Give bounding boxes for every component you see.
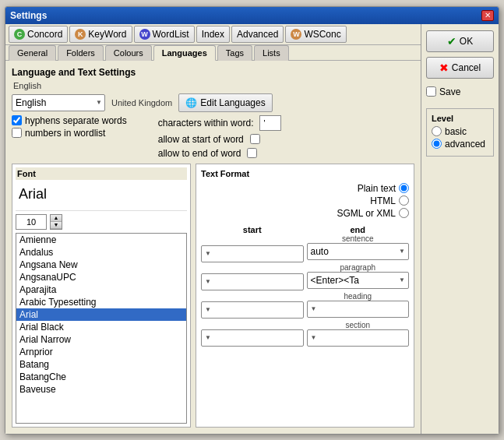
font-list[interactable]: Amienne Andalus Angsana New AngsanaUPC A… xyxy=(16,234,186,423)
start-col: start xyxy=(201,225,304,422)
numbers-checkbox[interactable] xyxy=(12,128,22,138)
title-bar: Settings ✕ xyxy=(5,7,499,24)
paragraph-label: paragraph xyxy=(307,263,410,272)
spinner-down[interactable]: ▼ xyxy=(51,222,62,229)
list-item[interactable]: Amienne xyxy=(16,234,186,246)
allow-end-checkbox[interactable] xyxy=(247,148,257,158)
ok-icon: ✔ xyxy=(447,35,456,48)
allow-start-row: allow at start of word xyxy=(158,134,282,145)
format-grid: start xyxy=(201,225,409,422)
font-size-spinner[interactable]: ▲ ▼ xyxy=(50,214,62,230)
spinner-up[interactable]: ▲ xyxy=(51,215,62,222)
wsconc-label: WSConc xyxy=(304,29,340,40)
content-area: Language and Text Settings English Engli… xyxy=(5,61,421,434)
main-content: C Concord K KeyWord W WordList Index Adv… xyxy=(5,24,499,434)
tab-colours[interactable]: Colours xyxy=(105,45,152,61)
edit-languages-label: Edit Languages xyxy=(200,97,265,108)
chars-label: characters within word: xyxy=(158,118,254,128)
list-item[interactable]: Angsana New xyxy=(16,259,186,271)
list-item[interactable]: AngsanaUPC xyxy=(16,271,186,283)
plain-text-label: Plain text xyxy=(358,183,396,194)
keyword-label: KeyWord xyxy=(88,29,126,40)
wordlist-button[interactable]: W WordList xyxy=(134,26,195,43)
save-checkbox[interactable] xyxy=(426,86,436,97)
list-item[interactable]: Baveuse xyxy=(16,383,186,396)
plain-text-radio-row[interactable]: Plain text xyxy=(358,183,409,194)
concord-icon: C xyxy=(14,29,25,40)
language-dropdown[interactable]: English xyxy=(12,94,105,111)
list-item[interactable]: Andalus xyxy=(16,246,186,259)
list-item-selected[interactable]: Arial xyxy=(16,308,186,321)
section-start-dropdown[interactable] xyxy=(201,329,304,347)
list-item[interactable]: Aparajita xyxy=(16,283,186,296)
advanced-button[interactable]: Advanced xyxy=(231,26,284,43)
allow-start-label: allow at start of word xyxy=(158,134,244,145)
sgml-radio[interactable] xyxy=(399,208,409,218)
font-panel: Font Arial ▲ ▼ Amienne An xyxy=(12,164,191,428)
wsconc-button[interactable]: W WSConc xyxy=(285,26,346,43)
index-button[interactable]: Index xyxy=(196,26,230,43)
level-title: Level xyxy=(432,114,488,123)
region-label: United Kingdom xyxy=(111,98,172,107)
list-item[interactable]: Arial Black xyxy=(16,321,186,333)
section-label: section xyxy=(307,321,410,329)
heading-start-dropdown[interactable] xyxy=(201,301,304,319)
list-item[interactable]: Batang xyxy=(16,358,186,371)
language-row: English United Kingdom 🌐 Edit Languages xyxy=(12,93,414,112)
concord-button[interactable]: C Concord xyxy=(9,26,68,43)
paragraph-end-dropdown[interactable]: <Enter><Ta xyxy=(307,272,410,289)
cancel-button[interactable]: ✖ Cancel xyxy=(426,57,494,79)
basic-radio-row[interactable]: basic xyxy=(432,126,488,137)
tab-general[interactable]: General xyxy=(9,45,56,61)
allow-end-row: allow to end of word xyxy=(158,148,282,159)
tab-folders[interactable]: Folders xyxy=(58,45,104,61)
wordlist-label: WordList xyxy=(153,29,189,40)
language-section: Language and Text Settings English Engli… xyxy=(12,67,414,159)
edit-languages-button[interactable]: 🌐 Edit Languages xyxy=(178,93,272,112)
chars-row: characters within word: xyxy=(158,115,282,131)
ok-label: OK xyxy=(460,36,473,47)
html-radio-row[interactable]: HTML xyxy=(370,195,409,206)
sgml-radio-row[interactable]: SGML or XML xyxy=(337,208,409,219)
heading-end-dropdown[interactable] xyxy=(307,301,410,318)
basic-radio[interactable] xyxy=(432,126,442,136)
paragraph-start-dropdown[interactable] xyxy=(201,273,304,290)
font-panel-title: Font xyxy=(16,167,187,180)
sentence-end-dropdown[interactable]: auto xyxy=(307,243,410,260)
html-label: HTML xyxy=(370,195,396,206)
ok-button[interactable]: ✔ OK xyxy=(426,30,494,52)
radio-group: Plain text HTML SGML or XML xyxy=(337,183,409,219)
tab-row: General Folders Colours Languages Tags L… xyxy=(5,45,421,61)
hyphens-row: hyphens separate words xyxy=(12,115,127,126)
tab-tags[interactable]: Tags xyxy=(217,45,252,61)
advanced-radio[interactable] xyxy=(432,139,442,149)
sentence-end-value: auto xyxy=(311,246,329,257)
tab-lists[interactable]: Lists xyxy=(254,45,289,61)
advanced-radio-row[interactable]: advanced xyxy=(432,139,488,150)
list-item[interactable]: Arabic Typesetting xyxy=(16,296,186,308)
chars-input[interactable] xyxy=(259,115,281,131)
section-end-dropdown[interactable] xyxy=(307,329,410,347)
advanced-label: Advanced xyxy=(237,29,278,40)
heading-label: heading xyxy=(307,292,410,301)
textformat-title: Text Format xyxy=(201,169,409,178)
close-button[interactable]: ✕ xyxy=(481,10,494,21)
list-item[interactable]: Arial Narrow xyxy=(16,333,186,346)
concord-label: Concord xyxy=(27,29,62,40)
flag-icon: 🌐 xyxy=(185,97,197,108)
left-options: hyphens separate words numbers in wordli… xyxy=(12,115,127,159)
list-item[interactable]: Arnprior xyxy=(16,346,186,358)
sentence-start-dropdown[interactable] xyxy=(201,245,304,262)
font-size-row: ▲ ▼ xyxy=(16,214,187,230)
font-size-input[interactable] xyxy=(16,214,47,230)
hyphens-checkbox[interactable] xyxy=(12,115,22,125)
list-item[interactable]: BatangChe xyxy=(16,371,186,383)
plain-text-radio[interactable] xyxy=(399,183,409,193)
save-label: Save xyxy=(439,86,460,97)
options-row: hyphens separate words numbers in wordli… xyxy=(12,115,414,159)
allow-start-checkbox[interactable] xyxy=(250,134,260,144)
section-title: Language and Text Settings xyxy=(12,67,414,78)
keyword-button[interactable]: K KeyWord xyxy=(69,26,132,43)
html-radio[interactable] xyxy=(399,195,409,206)
tab-languages[interactable]: Languages xyxy=(153,45,216,61)
